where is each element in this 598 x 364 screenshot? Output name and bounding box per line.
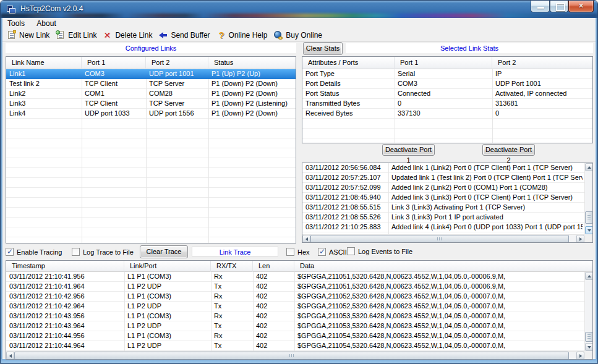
trace-horizontal-scrollbar[interactable] <box>6 351 584 359</box>
table-cell: $GPGGA,211051,5320.6428,N,00623.4552,W,1… <box>294 282 583 292</box>
column-header[interactable]: Timestamp <box>6 261 124 272</box>
table-cell: Tx <box>211 321 253 331</box>
deactivate-port2-button[interactable]: Deactivate Port 2 <box>482 144 535 156</box>
trace-table: TimestampLink/PortRX/TXLenData 03/11/201… <box>6 260 593 360</box>
table-row[interactable]: Test link 2TCP ClientTCP ServerP1 (Down)… <box>6 79 296 89</box>
new-link-button[interactable]: New Link <box>6 29 54 41</box>
table-cell: L1 P2 UDP <box>124 282 211 292</box>
table-cell: COM1 <box>82 89 146 99</box>
table-row: Port StatusConnectedActivated, IP connec… <box>302 89 592 99</box>
column-header[interactable]: Status <box>208 57 295 69</box>
app-window: HsTcp2Com v2.0.4 Tools About New Link Ed… <box>0 0 598 364</box>
column-header[interactable]: Port 2 <box>492 57 591 69</box>
table-cell: L1 P1 (COM3) <box>124 311 211 321</box>
table-cell: 03/11/2012 21:10:42.956 <box>6 292 124 302</box>
maximize-button[interactable] <box>550 1 568 12</box>
scroll-down-button[interactable] <box>585 226 593 234</box>
table-row[interactable]: 03/11/2012 20:56:56.084Added link 1 (Lin… <box>302 163 584 173</box>
scroll-right-button[interactable] <box>576 352 584 360</box>
trace-table-header: TimestampLink/PortRX/TXLenData <box>6 261 592 272</box>
table-cell: COM28 <box>146 89 208 99</box>
column-header[interactable]: Link Name <box>6 57 82 69</box>
table-row[interactable]: 03/11/2012 21:08:55.515Link 3 (Link3) Ac… <box>302 203 584 213</box>
send-buffer-button[interactable]: Send Buffer <box>157 29 215 41</box>
column-header[interactable]: Link/Port <box>124 261 211 272</box>
table-cell: $GPGGA,211054,5320.6428,N,00623.4552,W,1… <box>294 341 583 351</box>
table-cell: Link 3 (Link3) Activating Port 1 (TCP Se… <box>388 203 583 213</box>
table-row[interactable]: 03/11/2012 21:08:55.526Link 3 (Link3) Po… <box>302 213 584 222</box>
table-cell: 03/11/2012 21:08:55.515 <box>302 203 388 213</box>
table-row[interactable]: Link4UDP port 1033UDP port 1556P1 (Down)… <box>6 109 296 119</box>
table-row[interactable]: 03/11/2012 20:57:25.107Updated link 1 (T… <box>302 173 584 183</box>
menu-tools[interactable]: Tools <box>2 18 30 29</box>
table-cell: 03/11/2012 21:10:43.956 <box>6 311 124 321</box>
online-help-button[interactable]: Online Help <box>215 29 273 41</box>
delete-link-button[interactable]: Delete Link <box>101 29 157 41</box>
column-header[interactable]: Data <box>294 261 576 272</box>
table-cell: Activated, IP connected <box>492 89 590 99</box>
table-row[interactable]: 03/11/2012 21:10:44.956L1 P1 (COM3)Rx402… <box>6 331 584 341</box>
table-row[interactable]: 03/11/2012 21:10:42.964L1 P2 UDPTx402$GP… <box>6 302 584 311</box>
title-bar[interactable]: HsTcp2Com v2.0.4 <box>1 1 597 18</box>
clear-trace-button[interactable]: Clear Trace <box>140 245 188 258</box>
close-button[interactable] <box>568 1 594 12</box>
table-row[interactable]: 03/11/2012 21:10:43.964L1 P2 UDPTx402$GP… <box>6 321 584 331</box>
buy-online-icon <box>273 30 283 40</box>
table-cell: $GPGGA,211052,5320.6428,N,00623.4552,W,1… <box>294 292 583 302</box>
online-help-label: Online Help <box>229 31 268 40</box>
event-log-horizontal-scrollbar[interactable] <box>302 234 584 242</box>
scrollbar-thumb[interactable] <box>585 211 593 224</box>
ascii-checkbox[interactable] <box>318 248 326 256</box>
table-cell: UDP port 1556 <box>146 109 208 119</box>
table-cell: Link4 <box>6 109 82 119</box>
scrollbar-corner <box>584 351 592 359</box>
ascii-group: ASCII <box>318 247 347 256</box>
enable-tracing-checkbox[interactable] <box>6 248 14 256</box>
table-row[interactable]: 03/11/2012 21:10:25.883Added link 4 (Lin… <box>302 222 584 232</box>
clear-stats-button[interactable]: Clear Stats <box>303 42 343 55</box>
scroll-left-button[interactable] <box>6 352 14 360</box>
scrollbar-thumb[interactable] <box>310 235 569 243</box>
column-header[interactable]: RX/TX <box>211 261 253 272</box>
scroll-right-button[interactable] <box>576 235 584 243</box>
table-row[interactable]: Link3TCP ClientTCP ServerP1 (Down) P2 (L… <box>6 99 296 109</box>
table-cell: L1 P2 UDP <box>124 302 211 311</box>
scroll-left-button[interactable] <box>302 235 310 243</box>
table-row[interactable]: Link2COM1COM28P1 (Down) P2 (Down) <box>6 89 296 99</box>
column-header[interactable]: Port 1 <box>82 57 146 69</box>
table-row[interactable]: 03/11/2012 21:10:41.956L1 P1 (COM3)Rx402… <box>6 272 584 282</box>
scrollbar-thumb[interactable] <box>14 352 569 360</box>
table-row[interactable]: 03/11/2012 21:10:43.956L1 P1 (COM3)Rx402… <box>6 311 584 321</box>
log-events-to-file-checkbox[interactable] <box>347 247 355 255</box>
table-cell: 03/11/2012 21:10:42.964 <box>6 302 124 311</box>
table-row[interactable]: 03/11/2012 20:57:52.099Added link 2 (Lin… <box>302 183 584 193</box>
event-log-vertical-scrollbar[interactable] <box>584 163 592 234</box>
trace-vertical-scrollbar[interactable] <box>584 272 592 351</box>
column-header[interactable]: Attributes / Ports <box>302 57 395 69</box>
hex-checkbox[interactable] <box>286 248 294 256</box>
deactivate-port1-button[interactable]: Deactivate Port 1 <box>382 144 435 156</box>
column-header[interactable]: Port 2 <box>146 57 208 69</box>
log-trace-to-file-checkbox[interactable] <box>72 248 80 256</box>
minimize-button[interactable] <box>531 1 550 12</box>
buy-online-button[interactable]: Buy Online <box>272 29 327 41</box>
table-row[interactable]: 03/11/2012 21:10:44.964L1 P2 UDPTx402$GP… <box>6 341 584 351</box>
edit-link-button[interactable]: Edit Link <box>54 29 101 41</box>
table-row[interactable]: 03/11/2012 21:08:45.940Added link 3 (Lin… <box>302 193 584 203</box>
table-row[interactable]: 03/11/2012 21:10:41.964L1 P2 UDPTx402$GP… <box>6 282 584 292</box>
table-row[interactable]: Link1COM3UDP port 1001P1 (Up) P2 (Up) <box>6 69 296 79</box>
column-header[interactable]: Port 1 <box>395 57 492 69</box>
scroll-up-button[interactable] <box>585 163 593 171</box>
trace-table-body: 03/11/2012 21:10:41.956L1 P1 (COM3)Rx402… <box>6 272 584 351</box>
scroll-up-button[interactable] <box>585 272 593 280</box>
scrollbar-thumb[interactable] <box>585 332 593 342</box>
menu-about[interactable]: About <box>32 18 61 29</box>
table-cell: P1 (Up) P2 (Up) <box>208 69 294 79</box>
column-header[interactable]: Len <box>253 261 294 272</box>
table-cell: L1 P2 UDP <box>124 321 211 331</box>
table-cell: 03/11/2012 21:10:25.883 <box>302 222 388 232</box>
table-row[interactable]: 03/11/2012 21:10:42.956L1 P1 (COM3)Rx402… <box>6 292 584 302</box>
scroll-down-button[interactable] <box>585 343 593 351</box>
menu-bar: Tools About <box>2 18 596 29</box>
table-cell: P1 (Down) P2 (Down) <box>208 89 294 99</box>
